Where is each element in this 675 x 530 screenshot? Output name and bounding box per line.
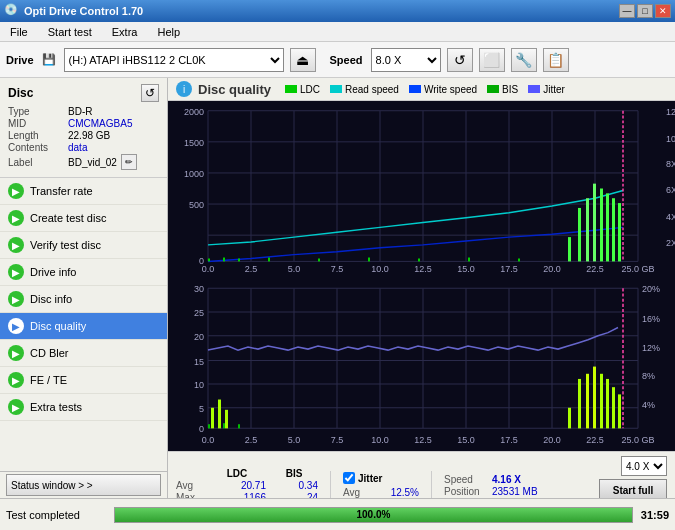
speed-stat-label: Speed <box>444 474 488 485</box>
svg-rect-100 <box>208 424 210 428</box>
sidebar: Disc ↺ Type BD-R MID CMCMAGBA5 Length 22… <box>0 78 168 498</box>
nav-icon-verify-test-disc: ▶ <box>8 237 24 253</box>
nav-label-verify-test-disc: Verify test disc <box>30 239 101 251</box>
speed-stat-val: 4.16 X <box>492 474 521 485</box>
nav-icon-fe-te: ▶ <box>8 372 24 388</box>
minimize-button[interactable]: — <box>619 4 635 18</box>
menu-start-test[interactable]: Start test <box>42 24 98 40</box>
test-completed-text: Test completed <box>6 509 106 521</box>
avg-bis: 0.34 <box>270 480 318 491</box>
svg-text:2000: 2000 <box>184 107 204 117</box>
avg-ldc: 20.71 <box>208 480 266 491</box>
svg-text:10.0: 10.0 <box>371 435 389 445</box>
svg-rect-45 <box>368 258 370 262</box>
svg-text:15: 15 <box>194 356 204 366</box>
menu-help[interactable]: Help <box>151 24 186 40</box>
eject-button[interactable]: ⏏ <box>290 48 316 72</box>
svg-text:12.5: 12.5 <box>414 435 432 445</box>
legend-write-speed: Write speed <box>409 84 477 95</box>
sidebar-item-create-test-disc[interactable]: ▶ Create test disc <box>0 205 167 232</box>
svg-rect-103 <box>211 408 214 429</box>
sidebar-item-transfer-rate[interactable]: ▶ Transfer rate <box>0 178 167 205</box>
svg-text:20: 20 <box>194 332 204 342</box>
sidebar-item-disc-quality[interactable]: ▶ Disc quality <box>0 313 167 340</box>
speed-select[interactable]: 8.0 X <box>371 48 441 72</box>
svg-rect-58 <box>168 276 675 451</box>
svg-text:0: 0 <box>199 424 204 434</box>
drive-select[interactable]: (H:) ATAPI iHBS112 2 CL0K <box>64 48 284 72</box>
svg-rect-47 <box>468 258 470 262</box>
chart-title-icon: i <box>176 81 192 97</box>
start-full-button[interactable]: Start full <box>599 479 667 498</box>
svg-text:15.0: 15.0 <box>457 435 475 445</box>
status-window-button[interactable]: Status window > > <box>6 474 161 496</box>
info-button[interactable]: 📋 <box>543 48 569 72</box>
maximize-button[interactable]: □ <box>637 4 653 18</box>
legend-bis: BIS <box>487 84 518 95</box>
legend-read-speed-color <box>330 85 342 93</box>
close-button[interactable]: ✕ <box>655 4 671 18</box>
samples-val: 375363 <box>492 498 525 499</box>
jitter-avg-label: Avg <box>343 487 371 498</box>
svg-rect-43 <box>268 258 270 262</box>
sidebar-item-cd-bler[interactable]: ▶ CD Bler <box>0 340 167 367</box>
ldc-header: LDC <box>208 468 266 479</box>
svg-text:25.0 GB: 25.0 GB <box>622 435 655 445</box>
sidebar-item-extra-tests[interactable]: ▶ Extra tests <box>0 394 167 421</box>
nav-icon-extra-tests: ▶ <box>8 399 24 415</box>
nav-label-fe-te: FE / TE <box>30 374 67 386</box>
svg-text:20.0: 20.0 <box>543 264 561 274</box>
svg-rect-51 <box>586 198 589 261</box>
sidebar-item-drive-info[interactable]: ▶ Drive info <box>0 259 167 286</box>
settings-button[interactable]: 🔧 <box>511 48 537 72</box>
progress-text: 100.0% <box>115 508 632 522</box>
jitter-checkbox[interactable] <box>343 472 355 484</box>
type-value: BD-R <box>68 106 92 117</box>
svg-rect-49 <box>568 237 571 261</box>
svg-text:8%: 8% <box>642 371 655 381</box>
chart-title: Disc quality <box>198 82 271 97</box>
length-label: Length <box>8 130 68 141</box>
svg-rect-105 <box>225 410 228 429</box>
disc-info-panel: Disc ↺ Type BD-R MID CMCMAGBA5 Length 22… <box>0 78 167 178</box>
test-speed-select[interactable]: 4.0 X2.0 X6.0 X8.0 X <box>621 456 667 476</box>
svg-text:5.0: 5.0 <box>288 264 301 274</box>
legend-bis-label: BIS <box>502 84 518 95</box>
mid-label: MID <box>8 118 68 129</box>
svg-text:16%: 16% <box>642 314 660 324</box>
legend-read-speed: Read speed <box>330 84 399 95</box>
svg-text:2.5: 2.5 <box>245 264 258 274</box>
refresh-button[interactable]: ↺ <box>447 48 473 72</box>
svg-text:12X: 12X <box>666 107 675 117</box>
jitter-header: Jitter <box>358 473 382 484</box>
label-label: Label <box>8 157 68 168</box>
nav-icon-disc-info: ▶ <box>8 291 24 307</box>
svg-rect-44 <box>318 259 320 262</box>
nav-label-cd-bler: CD Bler <box>30 347 69 359</box>
title-bar: 💿 Opti Drive Control 1.70 — □ ✕ <box>0 0 675 22</box>
svg-text:17.5: 17.5 <box>500 264 518 274</box>
nav-icon-transfer-rate: ▶ <box>8 183 24 199</box>
menu-extra[interactable]: Extra <box>106 24 144 40</box>
chart-header: i Disc quality LDC Read speed Write spee… <box>168 78 675 101</box>
nav-label-drive-info: Drive info <box>30 266 76 278</box>
svg-text:1500: 1500 <box>184 138 204 148</box>
svg-text:8X: 8X <box>666 159 675 169</box>
sidebar-item-fe-te[interactable]: ▶ FE / TE <box>0 367 167 394</box>
menu-bar: File Start test Extra Help <box>0 22 675 42</box>
edit-label-button[interactable]: ✏ <box>121 154 137 170</box>
legend-ldc-color <box>285 85 297 93</box>
menu-file[interactable]: File <box>4 24 34 40</box>
sidebar-item-verify-test-disc[interactable]: ▶ Verify test disc <box>0 232 167 259</box>
sidebar-item-disc-info[interactable]: ▶ Disc info <box>0 286 167 313</box>
position-val: 23531 MB <box>492 486 538 497</box>
svg-rect-111 <box>606 379 609 428</box>
disc-refresh-button[interactable]: ↺ <box>141 84 159 102</box>
max-label: Max <box>176 492 204 499</box>
svg-rect-53 <box>600 189 603 262</box>
nav-label-transfer-rate: Transfer rate <box>30 185 93 197</box>
window-controls: — □ ✕ <box>619 4 671 18</box>
svg-text:12.5: 12.5 <box>414 264 432 274</box>
bottom-chart-svg: 30 25 20 15 10 5 0 20% 16% 12% 8% 4% 0.0… <box>168 276 675 451</box>
erase-button[interactable]: ⬜ <box>479 48 505 72</box>
